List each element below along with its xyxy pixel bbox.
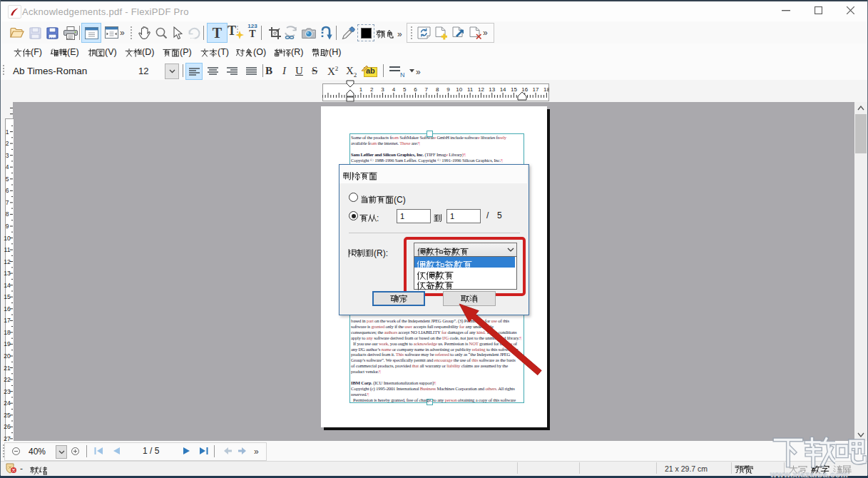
svg-text:10: 10 xyxy=(456,86,462,93)
svg-text:5: 5 xyxy=(403,86,407,93)
svg-text:3: 3 xyxy=(6,152,9,159)
svg-text:8: 8 xyxy=(436,86,439,93)
svg-text:18: 18 xyxy=(543,86,549,93)
svg-text:7: 7 xyxy=(425,86,429,93)
svg-text:16: 16 xyxy=(4,305,11,312)
svg-text:12: 12 xyxy=(4,258,11,265)
svg-text:5: 5 xyxy=(6,176,9,183)
svg-text:12: 12 xyxy=(478,86,484,93)
svg-text:17: 17 xyxy=(4,317,11,324)
svg-text:7: 7 xyxy=(6,199,9,206)
svg-text:9: 9 xyxy=(446,86,450,93)
svg-text:6: 6 xyxy=(414,86,417,93)
svg-text:8: 8 xyxy=(6,210,9,218)
svg-text:15: 15 xyxy=(4,293,11,300)
svg-text:4: 4 xyxy=(392,86,396,93)
svg-text:1: 1 xyxy=(6,128,9,136)
svg-text:10: 10 xyxy=(4,235,11,242)
svg-text:24: 24 xyxy=(4,400,11,407)
svg-text:13: 13 xyxy=(489,86,495,93)
svg-text:9: 9 xyxy=(6,223,9,230)
svg-text:2: 2 xyxy=(6,140,9,147)
svg-text:25: 25 xyxy=(4,412,11,419)
svg-text:21: 21 xyxy=(4,365,11,372)
svg-text:2: 2 xyxy=(370,86,374,93)
svg-text:1: 1 xyxy=(359,86,363,93)
svg-text:20: 20 xyxy=(4,352,11,360)
svg-text:N: N xyxy=(400,71,405,78)
svg-text:11: 11 xyxy=(4,246,11,253)
svg-text:14: 14 xyxy=(500,86,506,93)
svg-text:27: 27 xyxy=(4,435,11,441)
svg-text:4: 4 xyxy=(6,163,9,171)
svg-text:13: 13 xyxy=(4,270,11,277)
svg-text:14: 14 xyxy=(4,282,11,289)
svg-text:19: 19 xyxy=(4,340,11,347)
svg-text:11: 11 xyxy=(467,86,474,93)
svg-text:22: 22 xyxy=(4,376,11,383)
svg-text:18: 18 xyxy=(4,329,11,336)
svg-text:17: 17 xyxy=(533,86,539,93)
svg-text:6: 6 xyxy=(6,187,9,194)
svg-text:23: 23 xyxy=(4,388,11,395)
svg-text:3: 3 xyxy=(381,86,384,93)
svg-text:26: 26 xyxy=(4,423,11,430)
